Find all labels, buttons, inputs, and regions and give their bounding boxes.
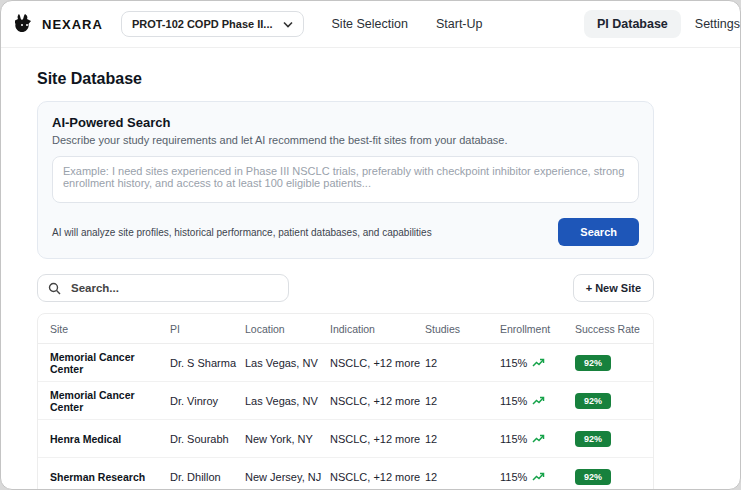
table-row[interactable]: Sherman Research Dr. Dhillon New Jersey,… bbox=[38, 458, 653, 490]
enrollment-value: 115% bbox=[500, 395, 527, 407]
site-location: New York, NY bbox=[245, 433, 330, 445]
protocol-selector[interactable]: PROT-102 COPD Phase II... bbox=[121, 11, 304, 37]
ai-search-card: AI-Powered Search Describe your study re… bbox=[37, 101, 654, 259]
table-row[interactable]: Henra Medical Dr. Sourabh New York, NY N… bbox=[38, 420, 653, 458]
site-success-rate: 92% bbox=[575, 393, 653, 409]
trend-up-icon bbox=[532, 395, 545, 406]
table-row[interactable]: Memorial Cancer Center Dr. Vinroy Las Ve… bbox=[38, 382, 653, 420]
table-header: Site PI Location Indication Studies Enro… bbox=[38, 314, 653, 344]
pi-name: Dr. Vinroy bbox=[170, 395, 245, 407]
trend-up-icon bbox=[532, 433, 545, 444]
nav-item-site-selection[interactable]: Site Selection bbox=[332, 17, 408, 31]
page-title: Site Database bbox=[37, 70, 654, 88]
site-studies: 12 bbox=[425, 433, 500, 445]
site-search-box[interactable] bbox=[37, 274, 289, 302]
site-indication: NSCLC, +12 more bbox=[330, 357, 425, 369]
app-window: NEXARA PROT-102 COPD Phase II... Site Se… bbox=[0, 0, 741, 490]
site-indication: NSCLC, +12 more bbox=[330, 395, 425, 407]
top-nav-right: PI Database Settings bbox=[584, 10, 740, 38]
site-enrollment: 115% bbox=[500, 357, 575, 369]
site-location: Las Vegas, NV bbox=[245, 395, 330, 407]
site-name: Memorial Cancer Center bbox=[50, 389, 170, 413]
trend-up-icon bbox=[532, 471, 545, 482]
column-header-success-rate: Success Rate bbox=[575, 323, 653, 335]
brand: NEXARA bbox=[15, 13, 103, 35]
site-success-rate: 92% bbox=[575, 355, 653, 371]
site-name: Memorial Cancer Center bbox=[50, 351, 170, 375]
brand-name: NEXARA bbox=[42, 17, 103, 32]
nav-item-pi-database[interactable]: PI Database bbox=[584, 10, 681, 38]
site-enrollment: 115% bbox=[500, 433, 575, 445]
top-nav: NEXARA PROT-102 COPD Phase II... Site Se… bbox=[1, 1, 740, 48]
ai-search-title: AI-Powered Search bbox=[52, 115, 639, 130]
column-header-indication: Indication bbox=[330, 323, 425, 335]
site-studies: 12 bbox=[425, 471, 500, 483]
column-header-location: Location bbox=[245, 323, 330, 335]
success-rate-badge: 92% bbox=[575, 469, 611, 485]
column-header-pi: PI bbox=[170, 323, 245, 335]
nexara-logo-icon bbox=[15, 13, 35, 35]
ai-search-footnote: AI will analyze site profiles, historica… bbox=[52, 227, 432, 238]
enrollment-value: 115% bbox=[500, 357, 527, 369]
sites-table: Site PI Location Indication Studies Enro… bbox=[37, 313, 654, 490]
site-indication: NSCLC, +12 more bbox=[330, 433, 425, 445]
chevron-down-icon bbox=[283, 21, 293, 28]
site-location: Las Vegas, NV bbox=[245, 357, 330, 369]
success-rate-badge: 92% bbox=[575, 431, 611, 447]
ai-search-footer: AI will analyze site profiles, historica… bbox=[52, 218, 639, 246]
success-rate-badge: 92% bbox=[575, 355, 611, 371]
trend-up-icon bbox=[532, 357, 545, 368]
site-search-input[interactable] bbox=[69, 281, 278, 295]
site-studies: 12 bbox=[425, 357, 500, 369]
column-header-site: Site bbox=[50, 323, 170, 335]
new-site-button[interactable]: + New Site bbox=[573, 274, 654, 302]
ai-search-subtitle: Describe your study requirements and let… bbox=[52, 134, 639, 146]
nav-item-settings[interactable]: Settings bbox=[695, 17, 740, 31]
site-location: New Jersey, NJ bbox=[245, 471, 330, 483]
protocol-selector-label: PROT-102 COPD Phase II... bbox=[132, 18, 273, 30]
site-success-rate: 92% bbox=[575, 431, 653, 447]
site-name: Sherman Research bbox=[50, 471, 170, 483]
column-header-enrollment: Enrollment bbox=[500, 323, 575, 335]
nav-item-start-up[interactable]: Start-Up bbox=[436, 17, 483, 31]
table-row[interactable]: Memorial Cancer Center Dr. S Sharma Las … bbox=[38, 344, 653, 382]
main-content: Site Database AI-Powered Search Describe… bbox=[1, 48, 740, 490]
column-header-studies: Studies bbox=[425, 323, 500, 335]
success-rate-badge: 92% bbox=[575, 393, 611, 409]
enrollment-value: 115% bbox=[500, 433, 527, 445]
table-toolbar: + New Site bbox=[37, 274, 654, 302]
site-indication: NSCLC, +12 more bbox=[330, 471, 425, 483]
site-name: Henra Medical bbox=[50, 433, 170, 445]
enrollment-value: 115% bbox=[500, 471, 527, 483]
pi-name: Dr. S Sharma bbox=[170, 357, 245, 369]
site-studies: 12 bbox=[425, 395, 500, 407]
pi-name: Dr. Sourabh bbox=[170, 433, 245, 445]
site-enrollment: 115% bbox=[500, 395, 575, 407]
pi-name: Dr. Dhillon bbox=[170, 471, 245, 483]
ai-search-button[interactable]: Search bbox=[558, 218, 639, 246]
site-enrollment: 115% bbox=[500, 471, 575, 483]
ai-search-textarea[interactable] bbox=[52, 156, 639, 203]
site-success-rate: 92% bbox=[575, 469, 653, 485]
search-icon bbox=[48, 282, 61, 295]
